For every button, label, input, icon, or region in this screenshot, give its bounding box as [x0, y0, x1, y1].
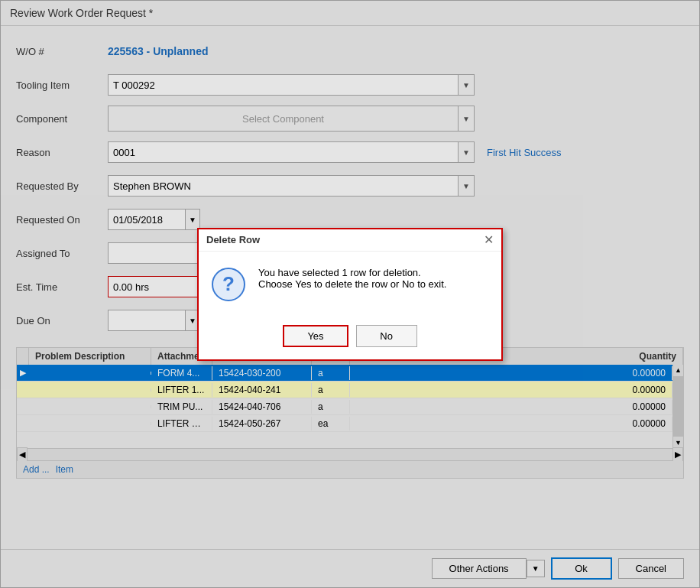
modal-yes-btn[interactable]: Yes: [283, 325, 348, 347]
delete-row-modal: Delete Row ✕ ? You have selected 1 row f…: [197, 228, 503, 361]
modal-close-btn[interactable]: ✕: [484, 234, 494, 246]
question-icon: ?: [211, 267, 246, 302]
modal-message-line1: You have selected 1 row for deletion.: [258, 267, 446, 278]
modal-message-line2: Choose Yes to delete the row or No to ex…: [258, 278, 446, 290]
modal-title-bar: Delete Row ✕: [199, 229, 501, 252]
modal-buttons: Yes No: [199, 317, 501, 359]
modal-title: Delete Row: [206, 234, 260, 245]
modal-body: ? You have selected 1 row for deletion. …: [199, 252, 501, 317]
modal-overlay: Delete Row ✕ ? You have selected 1 row f…: [0, 0, 700, 588]
modal-no-btn[interactable]: No: [356, 325, 417, 347]
svg-text:?: ?: [222, 272, 235, 295]
modal-message: You have selected 1 row for deletion. Ch…: [258, 267, 446, 290]
